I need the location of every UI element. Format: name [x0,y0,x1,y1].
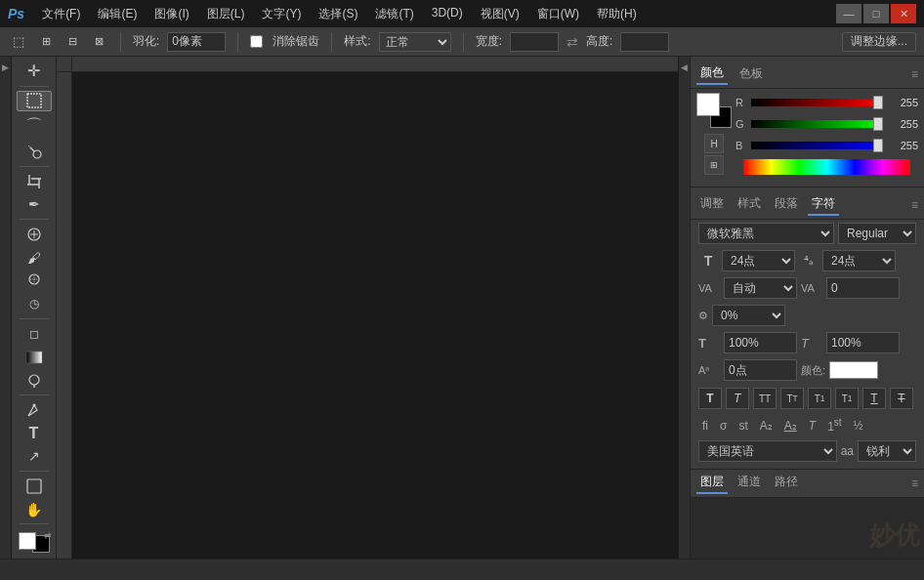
intersect-selection-btn[interactable]: ⊠ [90,32,108,51]
feather-input[interactable] [167,32,226,52]
history-brush-tool[interactable]: ◷ [17,293,52,314]
anti-alias-checkbox[interactable] [250,35,263,48]
fg-swatch[interactable] [696,93,720,116]
super-btn[interactable]: T1 [808,388,831,409]
type-tool[interactable]: T [17,423,52,444]
alt4-btn[interactable]: A₂ [756,417,777,435]
alt6-btn[interactable]: T [805,417,819,435]
shape-tool[interactable] [17,476,52,497]
v-scale-input[interactable] [826,332,900,353]
kerning-select[interactable]: 自动 [724,277,797,299]
h-scale-input[interactable] [724,332,797,353]
menu-file[interactable]: 文件(F) [34,4,88,24]
tab-style[interactable]: 样式 [734,193,765,216]
healing-brush-tool[interactable] [17,224,52,245]
subtract-selection-btn[interactable]: ⊟ [63,32,82,51]
b-slider[interactable] [751,142,883,149]
leading-select[interactable]: 24点 [822,250,896,271]
swap-icon[interactable]: ⇄ [567,34,578,50]
b-row: B 255 [735,136,918,155]
color-mode-icon2[interactable]: ⊞ [704,155,724,175]
adjust-edges-button[interactable]: 调整边缘... [842,32,916,52]
language-select[interactable]: 美国英语 中文 [698,440,837,462]
tab-paths[interactable]: 路径 [771,472,802,494]
add-selection-btn[interactable]: ⊞ [37,32,56,51]
tab-swatches[interactable]: 色板 [735,63,767,84]
font-style-select[interactable]: Regular Bold Italic [838,223,916,244]
tab-channels[interactable]: 通道 [734,472,765,494]
maximize-button[interactable]: □ [863,4,889,23]
rect-marquee-tool[interactable] [17,91,52,112]
crop-tool[interactable] [17,171,52,192]
alt3-btn[interactable]: st [735,417,751,435]
r-thumb[interactable] [873,96,883,109]
char-panel-menu[interactable]: ≡ [911,198,918,212]
tracking-input[interactable] [826,277,900,299]
alt2-btn[interactable]: σ [716,417,731,435]
anti-alias-select[interactable]: 锐利 犀利 平滑 无 [858,440,916,462]
underline-btn[interactable]: T [862,388,886,409]
foreground-color-swatch[interactable] [19,532,36,550]
sub-btn[interactable]: T1 [835,388,859,409]
brush-tool[interactable]: 🖌 [17,247,52,269]
height-input[interactable] [620,32,669,52]
menu-select[interactable]: 选择(S) [311,4,365,24]
close-button[interactable]: ✕ [891,4,916,23]
menu-window[interactable]: 窗口(W) [529,4,587,24]
menu-help[interactable]: 帮助(H) [589,4,645,24]
menu-layer[interactable]: 图层(L) [199,4,253,24]
lasso-tool[interactable]: ⌒ [17,113,52,139]
bold-btn[interactable]: T [698,388,722,409]
strikethrough-btn[interactable]: T [890,388,913,409]
font-name-select[interactable]: 微软雅黑 [698,223,834,244]
allcaps-btn[interactable]: TT [753,388,777,409]
move-tool[interactable]: ✛ [17,61,52,82]
aa-label: aa [841,444,854,458]
alt8-btn[interactable]: ½ [850,417,867,435]
alt7-btn[interactable]: 1st [823,415,845,435]
new-selection-btn[interactable]: ⬚ [8,31,29,52]
eraser-tool[interactable]: ◻ [17,323,52,345]
path-select-tool[interactable]: ↗ [17,445,52,467]
layers-panel-menu[interactable]: ≡ [911,476,918,490]
b-thumb[interactable] [873,139,883,152]
eyedropper-tool[interactable]: ✒ [17,194,52,216]
style-select[interactable]: 正常 固定比例 固定大小 [379,32,451,52]
pen-tool[interactable] [17,399,52,421]
menu-text[interactable]: 文字(Y) [254,4,309,24]
swap-colors-icon[interactable]: ⇄ [44,530,52,540]
gradient-tool[interactable] [17,347,52,368]
color-panel-menu[interactable]: ≡ [911,67,918,81]
menu-edit[interactable]: 编辑(E) [90,4,145,24]
color-spectrum[interactable] [743,159,910,175]
menu-3d[interactable]: 3D(D) [424,4,471,24]
minimize-button[interactable]: — [836,4,861,23]
g-slider[interactable] [751,120,883,128]
baseline-input[interactable] [724,359,797,381]
hand-tool[interactable]: ✋ [17,499,52,520]
dodge-tool[interactable] [17,369,52,391]
width-input[interactable] [510,32,559,52]
color-panel: 颜色 色板 ≡ H ⊞ R [691,57,924,187]
tab-layers[interactable]: 图层 [696,472,728,494]
tab-paragraph[interactable]: 段落 [771,193,802,216]
clone-stamp-tool[interactable] [17,270,52,292]
menu-image[interactable]: 图像(I) [147,4,196,24]
canvas[interactable] [72,72,678,559]
g-thumb[interactable] [873,117,883,131]
italic-btn[interactable]: T [726,388,749,409]
color-picker-swatch[interactable] [829,361,878,379]
r-slider[interactable] [751,99,883,106]
magic-wand-tool[interactable] [17,141,52,162]
tab-color[interactable]: 颜色 [696,62,728,85]
menu-filter[interactable]: 滤镜(T) [367,4,421,24]
tab-character[interactable]: 字符 [808,193,839,216]
ligature-btn[interactable]: fi [698,417,712,435]
tab-adjust[interactable]: 调整 [696,193,728,216]
font-size-select[interactable]: 24点 [722,250,795,271]
smallcaps-btn[interactable]: TT [780,388,804,409]
menu-view[interactable]: 视图(V) [473,4,527,24]
opacity-select[interactable]: 0% [712,305,785,326]
alt5-btn[interactable]: A₂ [780,417,801,435]
color-mode-icon1[interactable]: H [704,134,724,153]
